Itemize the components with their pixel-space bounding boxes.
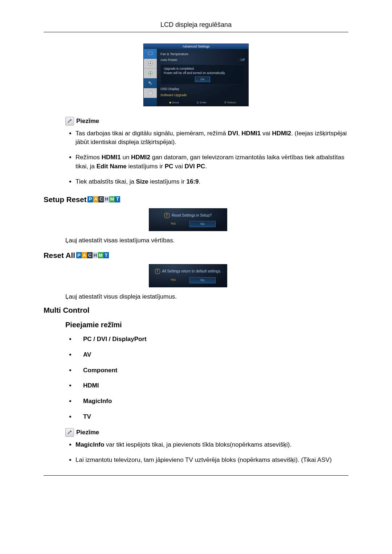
- reset-all-yes: Yes: [160, 277, 186, 283]
- warning-icon: !: [155, 269, 160, 274]
- badge-t-icon: T: [115, 196, 120, 202]
- footer-divider: [44, 475, 348, 476]
- mode-badges: P A C H M T: [87, 196, 120, 202]
- badge-h-icon: H: [75, 384, 82, 390]
- osd-tab-picture-icon: [144, 49, 157, 59]
- badge-c-icon: C: [87, 252, 93, 258]
- setup-reset-question: Reset Settings in Setup?: [172, 213, 212, 218]
- osd-ok-button: OK: [195, 77, 210, 82]
- badge-a-icon: A: [93, 196, 98, 202]
- osd-modal: Upgrade is completed. Power will be off …: [160, 65, 245, 85]
- setup-reset-heading: Setup Reset: [44, 194, 86, 205]
- note1-bullet-3: Tiek atbalstīts tikai, ja Size iestatīju…: [75, 177, 348, 186]
- note2-list: MagicInfo var tikt iespējots tikai, ja p…: [69, 440, 348, 464]
- modes-list: PPC / DVI / DisplayPort AAV CComponent H…: [69, 335, 348, 421]
- setup-reset-no: No: [189, 221, 216, 227]
- badge-a-icon: A: [75, 353, 82, 360]
- osd-tab-multi-icon: [144, 78, 157, 88]
- mode-tv: TTV: [75, 413, 348, 422]
- note1-bullet-2: Režīmos HDMI1 un HDMI2 gan datoram, gan …: [75, 153, 348, 171]
- badge-m-icon: M: [109, 196, 115, 202]
- setup-reset-yes: Yes: [160, 221, 186, 226]
- note1-bullet-1: Tas darbojas tikai ar digitālu signālu, …: [75, 129, 348, 147]
- svg-point-3: [150, 63, 151, 64]
- setup-reset-dialog: ! Reset Settings in Setup? Yes No: [149, 208, 227, 231]
- reset-all-no: No: [189, 277, 216, 283]
- note1-list: Tas darbojas tikai ar digitālu signālu, …: [69, 129, 348, 186]
- mode-component: CComponent: [75, 366, 348, 375]
- osd-row-upgrade: Software Upgrade: [160, 92, 245, 98]
- setup-reset-desc: Ļauj atiestatīt visas iestatījuma vērtīb…: [65, 236, 348, 245]
- svg-point-5: [150, 72, 151, 74]
- available-modes-heading: Pieejamie režīmi: [65, 320, 348, 330]
- osd-modal-line2: Power will be off and turned on automati…: [164, 71, 241, 75]
- reset-all-heading: Reset All: [44, 250, 75, 260]
- osd-row-fan: Fan & Temperature: [160, 51, 245, 57]
- mode-av: AAV: [75, 350, 348, 360]
- mode-pc: PPC / DVI / DisplayPort: [75, 335, 348, 344]
- osd-screenshot: Advanced Settings Fan & Temperature Auto…: [144, 44, 248, 106]
- mode-magicinfo: MMagicInfo: [75, 397, 348, 406]
- multi-control-heading: Multi Control: [44, 305, 89, 315]
- badge-p-icon: P: [75, 338, 82, 344]
- note2-bullet-2: Lai izmantotu televizoru, tam jāpievieno…: [75, 456, 348, 464]
- reset-all-question: All Settings return to default settings.: [162, 269, 221, 274]
- badge-c-icon: C: [98, 196, 104, 202]
- svg-rect-10: [149, 93, 151, 93]
- note-label: Piezīme: [76, 428, 99, 437]
- svg-point-7: [150, 83, 152, 85]
- badge-m-icon: M: [75, 400, 82, 406]
- mode-hdmi: HHDMI: [75, 381, 348, 390]
- osd-footer: ◆ Move ➲ Enter ↺ Return: [160, 100, 245, 104]
- badge-p-icon: P: [76, 252, 82, 258]
- note-label: Piezīme: [76, 117, 99, 126]
- badge-a-icon: A: [82, 252, 87, 258]
- mode-badges: P A C H M T: [76, 252, 109, 258]
- osd-modal-line1: Upgrade is completed.: [164, 66, 241, 71]
- badge-h-icon: H: [93, 252, 98, 258]
- osd-row-osddisplay: OSD Display: [160, 86, 245, 92]
- osd-row-autopower: Auto Power : Off: [160, 57, 245, 63]
- badge-p-icon: P: [87, 196, 93, 202]
- header-divider: [44, 32, 348, 32]
- svg-rect-1: [148, 52, 152, 54]
- badge-t-icon: T: [75, 415, 82, 422]
- osd-tabs: [144, 49, 157, 106]
- svg-point-6: [149, 81, 151, 83]
- badge-h-icon: H: [104, 196, 109, 202]
- reset-all-dialog: ! All Settings return to default setting…: [149, 264, 227, 287]
- note-icon: [65, 428, 74, 437]
- svg-rect-9: [149, 92, 151, 92]
- badge-c-icon: C: [75, 369, 82, 375]
- osd-tab-sound-icon: [144, 59, 157, 69]
- note-icon: [65, 117, 74, 126]
- osd-title: Advanced Settings: [144, 44, 248, 49]
- badge-m-icon: M: [98, 252, 103, 258]
- osd-tab-setup-icon: [144, 69, 157, 78]
- page-title: LCD displeja regulēšana: [44, 20, 348, 30]
- badge-t-icon: T: [103, 252, 109, 258]
- note2-bullet-1: MagicInfo var tikt iespējots tikai, ja p…: [75, 440, 348, 449]
- reset-all-desc: Ļauj atiestatīt visus displeja iestatīju…: [65, 292, 348, 301]
- osd-tab-info-icon: [144, 88, 157, 98]
- warning-icon: !: [164, 213, 170, 218]
